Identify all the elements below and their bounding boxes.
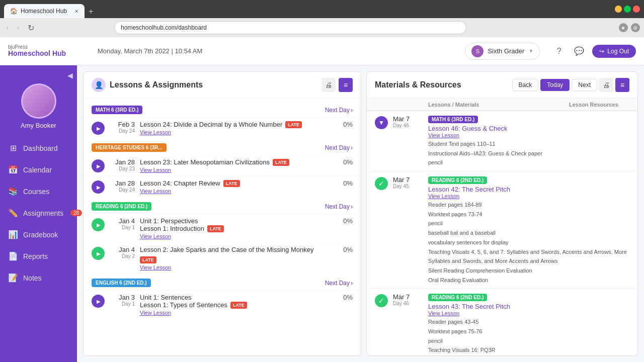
resource-item: Teaching Visuals 16: PQ3R: [428, 345, 629, 355]
maximize-button[interactable]: [624, 6, 631, 13]
app-container: bjuPress Homeschool Hub Monday, March 7t…: [0, 37, 644, 362]
lesson-title-text: Lesson 24: Divide a Decimal by a Whole N…: [140, 121, 282, 128]
play-icon: ▶: [97, 251, 101, 256]
minimize-button[interactable]: [615, 6, 622, 13]
refresh-button[interactable]: ↻: [26, 21, 36, 35]
lesson-date: Jan 3 Day 1: [110, 294, 135, 307]
sidebar-toggle-button[interactable]: ◀: [67, 71, 73, 79]
logout-label: Log Out: [607, 48, 629, 55]
sidebar-item-dashboard[interactable]: ⊞ Dashboard: [0, 137, 77, 159]
resource-item: Worktext pages 75-76: [428, 327, 629, 336]
view-lesson-link[interactable]: View Lesson: [140, 188, 330, 194]
back-nav-button[interactable]: ‹: [4, 21, 11, 34]
materials-back-button[interactable]: Back: [512, 79, 539, 91]
lesson-play-button[interactable]: ▶: [92, 295, 105, 308]
help-icon[interactable]: ?: [552, 44, 566, 58]
english-course-header: ENGLISH 6 (2ND ED.) Next Day ›: [84, 276, 361, 290]
lesson-play-button[interactable]: ▶: [92, 122, 105, 135]
lessons-panel-header: 👤 Lessons & Assignments 🖨 ≡: [84, 72, 361, 99]
user-selector[interactable]: S Sixth Grader ▼: [465, 43, 540, 60]
close-button[interactable]: [633, 6, 640, 13]
sidebar-item-assignments[interactable]: ✏️ Assignments 28: [0, 202, 77, 224]
lesson-date: Jan 4 Day 1: [110, 217, 135, 230]
calendar-icon: 📅: [8, 165, 18, 174]
english-course-badge: ENGLISH 6 (2ND ED.): [92, 279, 151, 287]
lesson-date: Jan 28 Day 23: [110, 158, 135, 171]
sidebar-item-calendar[interactable]: 📅 Calendar: [0, 159, 77, 180]
lesson-pct: 0%: [335, 179, 353, 187]
lessons-menu-button[interactable]: ≡: [339, 78, 353, 92]
lesson-info: Lesson 2: Jake Sparks and the Case of th…: [140, 246, 330, 270]
col-lessons-header: Lessons / Materials: [428, 102, 569, 108]
materials-next-button[interactable]: Next: [572, 79, 597, 91]
late-badge: LATE: [207, 225, 224, 232]
heritage-next-day-link[interactable]: Next Day ›: [325, 144, 353, 151]
heritage-course-badge: HERITAGE STUDIES 6 (3R...: [92, 143, 167, 152]
math-next-day-text: Next Day: [325, 107, 350, 114]
view-lesson-link[interactable]: View Lesson: [140, 310, 330, 316]
lesson-play-button[interactable]: ▶: [92, 218, 105, 231]
english-next-day-link[interactable]: Next Day ›: [325, 280, 353, 287]
sidebar-item-reports[interactable]: 📄 Reports: [0, 245, 77, 267]
mat-lesson-title[interactable]: Lesson 46: Guess & Check: [428, 125, 629, 132]
mat-lesson-title[interactable]: Lesson 42: The Secret Pitch: [428, 186, 629, 193]
date-main: Jan 4: [110, 246, 135, 253]
lesson-subtitle: Lesson 1: Introduction LATE: [140, 225, 330, 232]
mat-view-lesson-link[interactable]: View Lesson: [428, 193, 629, 199]
math-next-day-link[interactable]: Next Day ›: [325, 107, 353, 114]
view-lesson-link[interactable]: View Lesson: [140, 129, 330, 135]
lessons-print-button[interactable]: 🖨: [321, 78, 336, 92]
sidebar-item-courses[interactable]: 📚 Courses: [0, 180, 77, 202]
resource-item: Reader pages 43-45: [428, 317, 629, 327]
dropdown-icon: ▼: [528, 48, 533, 54]
date-main: Feb 3: [110, 121, 135, 128]
date-sub: Day 46: [393, 123, 423, 128]
materials-resources-panel: Materials & Resources Back Today Next 🖨 …: [366, 71, 638, 356]
materials-today-button[interactable]: Today: [540, 79, 570, 91]
lesson-play-button[interactable]: ▶: [92, 180, 105, 194]
math-course-badge: MATH 6 (3RD ED.): [92, 106, 142, 114]
materials-print-button[interactable]: 🖨: [599, 78, 613, 92]
mat-lesson-title[interactable]: Lesson 43: The Secret Pitch: [428, 303, 629, 310]
sidebar-label-reports: Reports: [23, 252, 48, 260]
chat-icon[interactable]: 💬: [572, 44, 586, 58]
bookmark-icon[interactable]: ★: [619, 23, 628, 32]
browser-tab-active[interactable]: 🏠 Homeschool Hub ✕: [4, 4, 85, 18]
dashboard-icon: ⊞: [8, 143, 18, 153]
lesson-info: Lesson 24: Divide a Decimal by a Whole N…: [140, 121, 330, 135]
date-main: Mar 7: [393, 176, 423, 184]
lesson-row: ▶ Jan 28 Day 23 Lesson 23: Later Mesopot…: [84, 155, 361, 176]
heritage-course-header: HERITAGE STUDIES 6 (3R... Next Day ›: [84, 140, 361, 155]
lessons-title-text: Lessons & Assignments: [110, 80, 203, 89]
topnav-right-actions: ? 💬 ↪ Log Out: [552, 44, 636, 58]
tab-close-icon[interactable]: ✕: [74, 9, 78, 14]
math-course-header: MATH 6 (3RD ED.) Next Day ›: [84, 103, 361, 117]
avatar-image: [23, 85, 55, 117]
reading-next-day-link[interactable]: Next Day ›: [325, 203, 353, 210]
reading-course-badge: READING 6 (2ND ED.): [92, 202, 151, 211]
sidebar-item-notes[interactable]: 📝 Notes: [0, 267, 77, 289]
lesson-play-button[interactable]: ▶: [92, 247, 105, 260]
lesson-play-button[interactable]: ▶: [92, 159, 105, 172]
forward-nav-button[interactable]: ›: [15, 21, 21, 34]
resource-item: copy of "Get Your Popcorn, Peanuts . . .…: [428, 355, 629, 355]
mat-view-lesson-link[interactable]: View Lesson: [428, 310, 629, 316]
user-name-display: Sixth Grader: [488, 47, 524, 55]
sidebar-nav: ⊞ Dashboard 📅 Calendar 📚 Courses ✏️ Assi…: [0, 137, 77, 289]
view-lesson-link[interactable]: View Lesson: [140, 264, 330, 270]
mat-view-lesson-link[interactable]: View Lesson: [428, 132, 629, 138]
address-bar[interactable]: homeschoolhub.com/dashboard: [114, 21, 466, 34]
materials-menu-button[interactable]: ≡: [615, 78, 629, 92]
lesson-title-text: Unit 1: Sentences: [140, 294, 192, 301]
settings-icon[interactable]: ⚙: [631, 23, 640, 32]
logout-button[interactable]: ↪ Log Out: [592, 45, 636, 58]
materials-title: Materials & Resources: [375, 80, 461, 89]
resource-item: baseball bat and a baseball: [428, 228, 629, 238]
resource-item: Student Text pages 110–11: [428, 139, 629, 149]
sidebar-item-gradebook[interactable]: 📊 Gradebook: [0, 224, 77, 245]
new-tab-button[interactable]: +: [85, 5, 97, 18]
top-nav: bjuPress Homeschool Hub Monday, March 7t…: [0, 37, 644, 65]
resource-item: Silent Reading Comprehension Evaluation: [428, 266, 629, 276]
view-lesson-link[interactable]: View Lesson: [140, 233, 330, 239]
view-lesson-link[interactable]: View Lesson: [140, 167, 330, 173]
